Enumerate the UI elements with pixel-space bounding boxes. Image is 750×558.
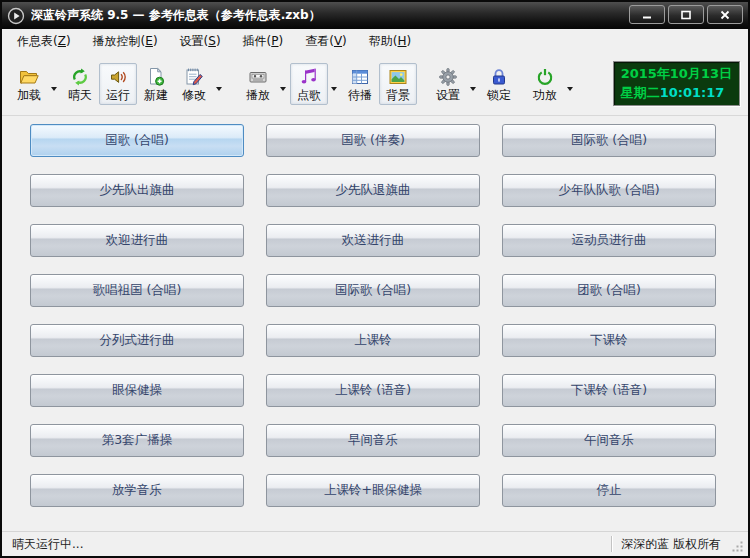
maximize-icon — [680, 10, 692, 20]
song-button-national-anthem-chorus[interactable]: 国歌 (合唱) — [30, 124, 244, 157]
toolbar: 加载 晴天 运行 — [2, 54, 748, 116]
song-request-dropdown-arrow-icon[interactable] — [328, 83, 340, 95]
speaker-icon — [108, 67, 128, 87]
song-button-parade-march[interactable]: 分列式进行曲 — [30, 324, 244, 357]
toolbar-queue-button[interactable]: 待播 — [341, 63, 379, 105]
menu-item-view[interactable]: 查看(V) — [294, 29, 358, 54]
menu-item-playback-control[interactable]: 播放控制(E) — [82, 29, 169, 54]
toolbar-load-button[interactable]: 加载 — [10, 63, 48, 105]
edit-notepad-icon — [184, 67, 204, 87]
background-image-icon — [388, 67, 408, 87]
song-button-flag-raising[interactable]: 少先队出旗曲 — [30, 174, 244, 207]
song-button-national-anthem-accompaniment[interactable]: 国歌 (伴奏) — [266, 124, 480, 157]
song-button-farewell-march[interactable]: 欢送进行曲 — [266, 224, 480, 257]
load-dropdown-arrow-icon[interactable] — [48, 83, 60, 95]
minimize-icon — [641, 10, 653, 20]
new-document-icon — [146, 67, 166, 87]
song-button-welcome-march[interactable]: 欢迎进行曲 — [30, 224, 244, 257]
lock-icon — [489, 67, 509, 87]
play-dropdown-arrow-icon[interactable] — [277, 83, 289, 95]
toolbar-play-button[interactable]: 播放 — [239, 63, 277, 105]
playlist-table-icon — [350, 67, 370, 87]
weather-refresh-icon — [70, 67, 90, 87]
song-button-young-pioneers-anthem[interactable]: 少年队队歌 (合唱) — [502, 174, 716, 207]
close-button[interactable] — [707, 5, 743, 24]
status-message: 晴天运行中... — [12, 536, 83, 553]
toolbar-song-request-button[interactable]: 点歌 — [290, 63, 328, 105]
app-play-icon[interactable] — [7, 7, 25, 25]
status-separator — [611, 536, 613, 552]
toolbar-amplifier-button[interactable]: 功放 — [526, 63, 564, 105]
menu-item-settings[interactable]: 设置(S) — [169, 29, 232, 54]
song-button-eye-exercises[interactable]: 眼保健操 — [30, 374, 244, 407]
toolbar-modify-button[interactable]: 修改 — [175, 63, 213, 105]
song-button-class-start-bell[interactable]: 上课铃 — [266, 324, 480, 357]
song-button-radio-exercises-3[interactable]: 第3套广播操 — [30, 424, 244, 457]
window-controls — [629, 5, 743, 24]
song-button-bell-plus-eye-exercises[interactable]: 上课铃+眼保健操 — [266, 474, 480, 507]
ring-button-grid: 国歌 (合唱) 国歌 (伴奏) 国际歌 (合唱) 少先队出旗曲 少先队退旗曲 少… — [2, 116, 748, 531]
statusbar: 晴天运行中... 深深的蓝 版权所有 — [2, 531, 748, 556]
folder-open-icon — [19, 67, 39, 87]
song-button-flag-retiring[interactable]: 少先队退旗曲 — [266, 174, 480, 207]
cassette-icon — [248, 67, 268, 87]
toolbar-background-button[interactable]: 背景 — [379, 63, 417, 105]
song-button-dismissal-music[interactable]: 放学音乐 — [30, 474, 244, 507]
song-button-ode-to-motherland[interactable]: 歌唱祖国 (合唱) — [30, 274, 244, 307]
menu-item-help[interactable]: 帮助(H) — [358, 29, 422, 54]
song-button-internationale-chorus-1[interactable]: 国际歌 (合唱) — [502, 124, 716, 157]
song-button-class-end-bell-voice[interactable]: 下课铃 (语音) — [502, 374, 716, 407]
minimize-button[interactable] — [629, 5, 665, 24]
music-notes-icon — [299, 67, 319, 87]
clock-date: 2015年10月13日 — [621, 64, 732, 83]
clock-weekday-time: 星期二10:01:17 — [621, 83, 732, 102]
song-button-class-start-bell-voice[interactable]: 上课铃 (语音) — [266, 374, 480, 407]
song-button-noon-music[interactable]: 午间音乐 — [502, 424, 716, 457]
gear-icon — [438, 67, 458, 87]
titlebar: 深蓝铃声系统 9.5 — 参考作息表（参考作息表.zxb） — [2, 2, 748, 29]
datetime-display: 2015年10月13日 星期二10:01:17 — [613, 61, 740, 106]
song-button-athletes-march[interactable]: 运动员进行曲 — [502, 224, 716, 257]
toolbar-new-button[interactable]: 新建 — [137, 63, 175, 105]
modify-dropdown-arrow-icon[interactable] — [213, 83, 225, 95]
menubar: 作息表(Z) 播放控制(E) 设置(S) 插件(P) 查看(V) 帮助(H) — [2, 29, 748, 54]
song-button-league-anthem[interactable]: 团歌 (合唱) — [502, 274, 716, 307]
app-window: 深蓝铃声系统 9.5 — 参考作息表（参考作息表.zxb） 作息表(Z) 播放控… — [0, 0, 750, 558]
toolbar-run-button[interactable]: 运行 — [99, 63, 137, 105]
menu-item-plugins[interactable]: 插件(P) — [232, 29, 295, 54]
maximize-button[interactable] — [668, 5, 704, 24]
song-button-morning-music[interactable]: 早间音乐 — [266, 424, 480, 457]
toolbar-lock-button[interactable]: 锁定 — [480, 63, 518, 105]
toolbar-settings-button[interactable]: 设置 — [429, 63, 467, 105]
toolbar-sunny-button[interactable]: 晴天 — [61, 63, 99, 105]
song-button-class-end-bell[interactable]: 下课铃 — [502, 324, 716, 357]
copyright-text: 深深的蓝 版权所有 — [621, 536, 721, 553]
stop-button[interactable]: 停止 — [502, 474, 716, 507]
window-title: 深蓝铃声系统 9.5 — 参考作息表（参考作息表.zxb） — [31, 7, 321, 24]
menu-item-schedule[interactable]: 作息表(Z) — [6, 29, 82, 54]
amplifier-dropdown-arrow-icon[interactable] — [564, 83, 576, 95]
resize-grip[interactable] — [731, 540, 744, 553]
power-icon — [535, 67, 555, 87]
settings-dropdown-arrow-icon[interactable] — [467, 83, 479, 95]
close-icon — [719, 10, 731, 20]
song-button-internationale-chorus-2[interactable]: 国际歌 (合唱) — [266, 274, 480, 307]
